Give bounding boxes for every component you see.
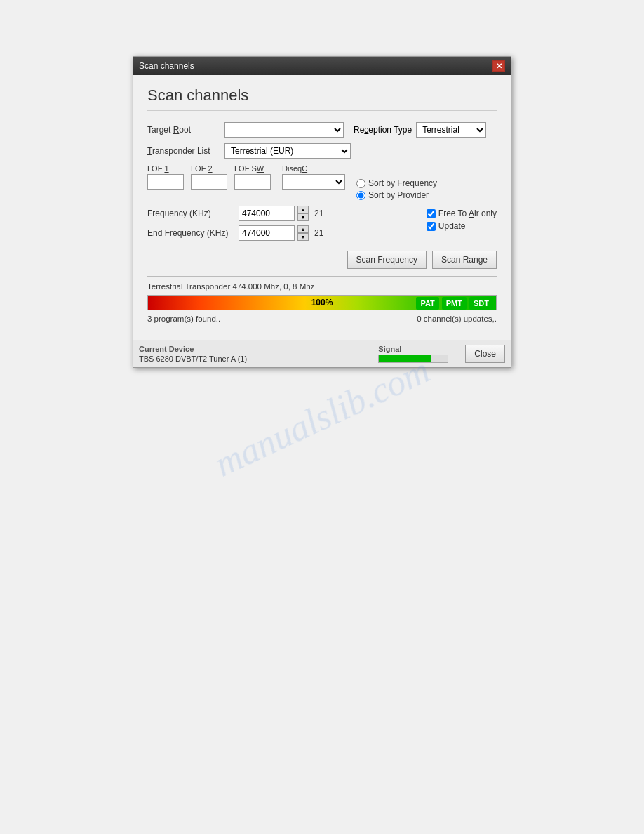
end-frequency-up-btn[interactable]: ▲: [297, 225, 309, 233]
signal-section: Signal: [378, 345, 448, 363]
update-checkbox[interactable]: [427, 222, 436, 231]
current-device-label: Current Device: [139, 345, 247, 353]
frequency-input-wrap: ▲ ▼ 21: [239, 206, 323, 221]
frequency-channel: 21: [314, 208, 323, 218]
lof-sw-label: LOF SW: [234, 164, 264, 173]
scan-channels-dialog: Scan channels ✕ Scan channels Target Roo…: [133, 56, 511, 368]
transponder-list-row: Transponder List Terrestrial (EUR) Terre…: [147, 143, 497, 159]
status-row: 3 program(s) found.. 0 channel(s) update…: [147, 315, 497, 323]
update-label: Update: [438, 221, 466, 231]
transponder-list-select[interactable]: Terrestrial (EUR) Terrestrial (US): [224, 143, 351, 159]
lof1-input[interactable]: [147, 174, 184, 190]
dialog-heading: Scan channels: [147, 86, 497, 111]
end-frequency-input[interactable]: [239, 225, 295, 241]
pat-badge: PAT: [416, 297, 438, 310]
title-bar: Scan channels ✕: [133, 57, 511, 75]
target-root-row: Target Root Reception Type Terrestrial S…: [147, 122, 497, 138]
sort-provider-radio[interactable]: [356, 191, 365, 200]
progress-bar-container: 100% PAT PMT SDT: [147, 295, 497, 310]
scan-range-button[interactable]: Scan Range: [432, 251, 497, 269]
frequency-up-btn[interactable]: ▲: [297, 206, 309, 213]
sort-provider-label: Sort by Provider: [368, 190, 429, 200]
sort-options: Sort by Frequency Sort by Provider: [356, 178, 437, 200]
frequency-label: Frequency (KHz): [147, 208, 239, 218]
reception-type-select[interactable]: Terrestrial Satellite Cable: [416, 122, 486, 138]
diseqc-label: DiseqC: [282, 164, 307, 173]
signal-bar: [378, 355, 448, 363]
bottom-right: Signal Close: [378, 345, 505, 363]
progress-bar-text: 100%: [311, 298, 333, 307]
badge-row: PAT PMT SDT: [416, 297, 493, 310]
sort-frequency-label: Sort by Frequency: [368, 178, 437, 188]
lof-sw-group: LOF SW: [234, 164, 271, 190]
free-to-air-label: Free To Air only: [438, 208, 497, 218]
watermark: manualslib.com: [208, 349, 436, 484]
lof1-label: LOF 1: [147, 164, 169, 173]
options-fields: Free To Air only Update: [427, 206, 497, 234]
lof1-group: LOF 1: [147, 164, 184, 190]
frequency-spinner: ▲ ▼: [297, 206, 309, 221]
programs-found: 3 program(s) found..: [147, 315, 220, 323]
device-name: TBS 6280 DVBT/T2 Tuner A (1): [139, 355, 247, 363]
action-buttons: Scan Frequency Scan Range: [147, 251, 497, 269]
frequency-input[interactable]: [239, 206, 295, 221]
sdt-badge: SDT: [469, 297, 493, 310]
lof-sw-input[interactable]: [234, 174, 271, 190]
target-root-select[interactable]: [224, 122, 344, 138]
end-frequency-row: End Frequency (KHz) ▲ ▼ 21: [147, 225, 415, 241]
signal-label: Signal: [378, 345, 401, 353]
frequency-row: Frequency (KHz) ▲ ▼ 21: [147, 206, 415, 221]
close-title-button[interactable]: ✕: [492, 60, 505, 72]
transponder-list-label: Transponder List: [147, 146, 224, 156]
free-to-air-option[interactable]: Free To Air only: [427, 208, 497, 218]
transponder-info: Terrestrial Transponder 474.000 Mhz, 0, …: [147, 282, 497, 291]
freq-fields: Frequency (KHz) ▲ ▼ 21 End Frequency (KH…: [147, 206, 415, 245]
signal-bar-fill: [379, 355, 431, 362]
sort-frequency-option[interactable]: Sort by Frequency: [356, 178, 437, 188]
lof2-input[interactable]: [191, 174, 227, 190]
bottom-section: Current Device TBS 6280 DVBT/T2 Tuner A …: [133, 340, 511, 367]
close-button[interactable]: Close: [465, 345, 505, 363]
end-frequency-channel: 21: [314, 228, 323, 238]
frequency-down-btn[interactable]: ▼: [297, 213, 309, 221]
dialog-title: Scan channels: [139, 61, 194, 71]
lof2-group: LOF 2: [191, 164, 227, 190]
diseqc-select[interactable]: [282, 174, 345, 190]
divider: [147, 276, 497, 277]
lof-diseqc-row: LOF 1 LOF 2 LOF SW DiseqC: [147, 164, 345, 190]
reception-type-label: Reception Type: [354, 125, 412, 135]
sort-frequency-radio[interactable]: [356, 179, 365, 188]
end-frequency-spinner: ▲ ▼: [297, 225, 309, 241]
end-frequency-down-btn[interactable]: ▼: [297, 233, 309, 241]
channels-updated: 0 channel(s) updates,.: [417, 315, 497, 323]
scan-frequency-button[interactable]: Scan Frequency: [347, 251, 427, 269]
dialog-content: Scan channels Target Root Reception Type…: [133, 75, 511, 340]
sort-provider-option[interactable]: Sort by Provider: [356, 190, 437, 200]
end-frequency-label: End Frequency (KHz): [147, 228, 239, 238]
end-frequency-input-wrap: ▲ ▼ 21: [239, 225, 323, 241]
frequency-options-section: Frequency (KHz) ▲ ▼ 21 End Frequency (KH…: [147, 206, 497, 245]
pmt-badge: PMT: [442, 297, 467, 310]
free-to-air-checkbox[interactable]: [427, 209, 436, 218]
update-option[interactable]: Update: [427, 221, 497, 231]
device-info: Current Device TBS 6280 DVBT/T2 Tuner A …: [139, 345, 247, 363]
target-root-label: Target Root: [147, 125, 224, 135]
diseqc-group: DiseqC: [282, 164, 345, 190]
lof2-label: LOF 2: [191, 164, 213, 173]
